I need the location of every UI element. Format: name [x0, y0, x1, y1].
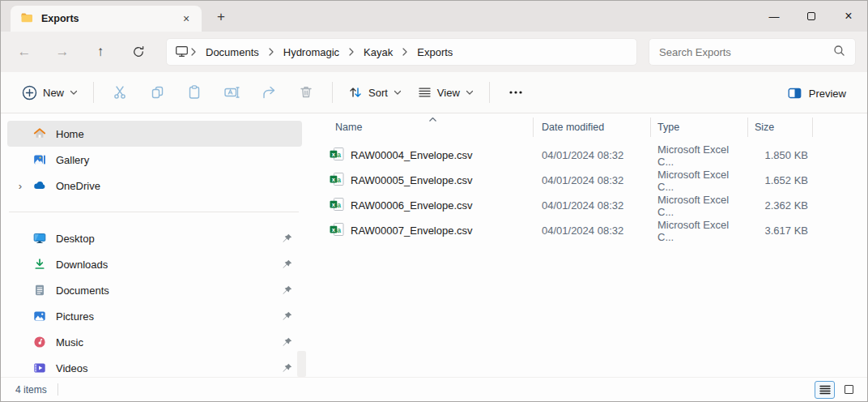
music-icon	[33, 336, 46, 349]
breadcrumb-hydromagic[interactable]: Hydromagic	[276, 46, 347, 58]
sidebar-item-label: Pictures	[56, 310, 94, 323]
file-size: 3.617 KB	[747, 225, 812, 237]
sidebar-item-home[interactable]: Home	[7, 121, 302, 147]
sort-button-label: Sort	[368, 87, 388, 99]
sidebar-item-desktop[interactable]: Desktop	[7, 225, 302, 251]
new-tab-button[interactable]: +	[210, 7, 232, 27]
this-pc-icon	[175, 45, 189, 60]
chevron-right-icon	[189, 47, 198, 57]
sidebar-item-label: Downloads	[56, 259, 108, 271]
rename-icon[interactable]	[215, 78, 248, 107]
view-button-label: View	[437, 87, 460, 99]
sidebar-item-label: Home	[56, 128, 84, 140]
breadcrumb-kayak[interactable]: Kayak	[356, 46, 400, 58]
sidebar-item-gallery[interactable]: Gallery	[7, 147, 302, 173]
file-row[interactable]: axRAW00004_Envelope.csv 04/01/2024 08:32…	[308, 143, 867, 168]
column-divider	[650, 118, 651, 137]
sidebar-item-downloads[interactable]: Downloads	[7, 251, 302, 277]
main-area: Home Gallery › OneDrive Desk	[1, 114, 867, 377]
column-headers: Name Date modified Type Size	[308, 114, 867, 140]
tab-title: Exports	[41, 13, 177, 24]
onedrive-icon	[33, 179, 46, 192]
paste-icon[interactable]	[178, 78, 211, 107]
more-options-ellipsis-icon[interactable]	[500, 78, 532, 107]
folder-icon	[20, 11, 33, 27]
file-type: Microsoft Excel C...	[650, 194, 747, 218]
view-button[interactable]: View	[410, 78, 482, 107]
sidebar-item-label: OneDrive	[56, 180, 100, 192]
details-view-icon[interactable]	[815, 381, 835, 399]
svg-text:a: a	[337, 226, 341, 234]
column-divider	[812, 118, 813, 137]
column-header-date-modified[interactable]: Date modified	[533, 114, 650, 140]
sort-button[interactable]: Sort	[340, 78, 410, 107]
forward-icon[interactable]: →	[49, 38, 76, 66]
chevron-right-icon	[267, 47, 275, 57]
sidebar-item-music[interactable]: Music	[7, 329, 302, 355]
titlebar: Exports × + — ×	[1, 1, 867, 32]
sidebar-item-label: Music	[56, 336, 83, 349]
up-icon[interactable]: ↑	[87, 38, 114, 66]
column-header-type[interactable]: Type	[650, 114, 747, 140]
share-icon[interactable]	[253, 78, 285, 107]
svg-text:a: a	[337, 201, 341, 209]
chevron-down-icon	[394, 90, 402, 96]
toolbar-divider	[489, 82, 490, 103]
view-toggles	[815, 381, 859, 399]
pictures-icon	[33, 310, 46, 323]
minimize-icon[interactable]: —	[755, 1, 793, 32]
cut-icon[interactable]	[104, 78, 136, 107]
pin-icon	[283, 337, 292, 349]
excel-csv-file-icon: ax	[330, 198, 344, 213]
preview-button-label: Preview	[809, 88, 846, 100]
command-toolbar: New Sort View	[1, 72, 867, 113]
maximize-icon[interactable]	[793, 1, 830, 32]
navigation-bar: ← → ↑ Documents Hydromagic Kayak Exports	[1, 32, 867, 72]
file-size: 1.850 KB	[747, 149, 812, 161]
toolbar-divider	[332, 82, 333, 103]
column-header-name[interactable]: Name	[308, 114, 533, 140]
breadcrumb-documents[interactable]: Documents	[198, 46, 266, 58]
tab-exports[interactable]: Exports ×	[11, 6, 202, 32]
column-header-size[interactable]: Size	[747, 114, 812, 140]
excel-csv-file-icon: ax	[330, 173, 344, 188]
pin-icon	[283, 363, 292, 375]
pin-icon	[283, 259, 292, 272]
search-icon	[833, 45, 845, 59]
sidebar-item-documents[interactable]: Documents	[7, 277, 302, 303]
chevron-right-icon	[347, 47, 355, 57]
file-row[interactable]: axRAW00007_Envelope.csv 04/01/2024 08:32…	[308, 218, 867, 243]
sidebar-item-pictures[interactable]: Pictures	[7, 303, 302, 329]
address-bar[interactable]: Documents Hydromagic Kayak Exports	[166, 38, 637, 66]
item-count: 4 items	[15, 384, 47, 396]
file-date-modified: 04/01/2024 08:32	[533, 199, 650, 212]
file-row[interactable]: axRAW00005_Envelope.csv 04/01/2024 08:32…	[308, 168, 867, 193]
close-icon[interactable]: ×	[830, 1, 867, 32]
sidebar-item-label: Documents	[56, 284, 109, 297]
pin-icon	[283, 311, 292, 323]
refresh-icon[interactable]	[125, 38, 152, 66]
column-divider	[747, 118, 748, 137]
sidebar-item-label: Gallery	[56, 154, 89, 166]
tab-close-icon[interactable]: ×	[177, 10, 195, 28]
back-icon[interactable]: ←	[11, 38, 38, 66]
chevron-right-icon[interactable]: ›	[14, 179, 27, 192]
copy-icon[interactable]	[141, 78, 173, 107]
new-button[interactable]: New	[14, 78, 86, 107]
preview-pane-icon	[788, 87, 802, 100]
file-row[interactable]: axRAW00006_Envelope.csv 04/01/2024 08:32…	[308, 193, 867, 218]
search-input[interactable]	[659, 46, 833, 58]
file-name: RAW00007_Envelope.csv	[351, 225, 473, 237]
large-icons-view-icon[interactable]	[839, 381, 859, 399]
window-controls: — ×	[755, 1, 867, 32]
sidebar-scrollbar[interactable]	[297, 351, 306, 377]
delete-icon[interactable]	[290, 78, 322, 107]
preview-button[interactable]: Preview	[780, 79, 854, 108]
pin-icon	[283, 285, 292, 297]
breadcrumb-exports[interactable]: Exports	[410, 46, 460, 58]
gallery-icon	[33, 153, 46, 166]
status-bar: 4 items	[1, 377, 867, 401]
file-date-modified: 04/01/2024 08:32	[533, 174, 650, 186]
file-date-modified: 04/01/2024 08:32	[533, 225, 650, 237]
sidebar-item-onedrive[interactable]: › OneDrive	[7, 173, 302, 199]
